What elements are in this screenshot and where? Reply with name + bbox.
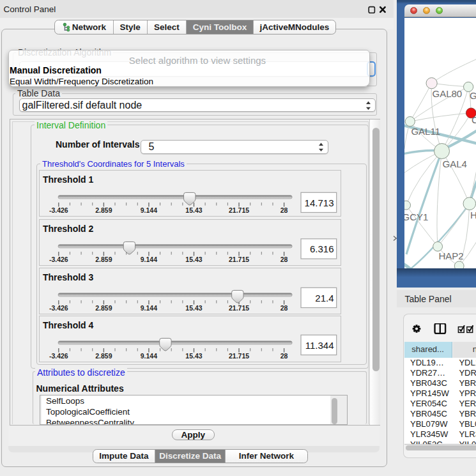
- svg-text:Threshold 3: Threshold 3: [43, 272, 94, 282]
- svg-text:15.43: 15.43: [185, 352, 202, 360]
- svg-text:21.715: 21.715: [229, 256, 249, 263]
- svg-text:GAL11: GAL11: [411, 125, 440, 136]
- svg-text:15.43: 15.43: [185, 206, 202, 213]
- svg-text:-3.426: -3.426: [49, 256, 68, 263]
- svg-text:28: 28: [280, 304, 288, 312]
- svg-text:-3.426: -3.426: [49, 206, 68, 213]
- svg-text:9.144: 9.144: [141, 206, 157, 213]
- svg-text:21.715: 21.715: [229, 304, 249, 312]
- svg-text:GCY1: GCY1: [404, 211, 428, 222]
- svg-text:HAP2: HAP2: [438, 250, 463, 261]
- svg-text:9.144: 9.144: [141, 256, 157, 263]
- svg-text:HA: HA: [470, 210, 476, 220]
- svg-text:9.144: 9.144: [141, 352, 157, 360]
- svg-text:15.43: 15.43: [185, 304, 202, 312]
- svg-text:6.316: 6.316: [310, 243, 334, 254]
- svg-text:-3.426: -3.426: [49, 304, 68, 312]
- svg-text:21.715: 21.715: [229, 206, 249, 213]
- svg-text:2.859: 2.859: [95, 206, 112, 213]
- svg-text:2.859: 2.859: [95, 304, 112, 312]
- svg-text:28: 28: [280, 256, 288, 263]
- svg-text:2.859: 2.859: [95, 352, 112, 360]
- svg-text:GA: GA: [470, 90, 476, 101]
- svg-text:21.715: 21.715: [229, 352, 249, 360]
- svg-text:9.144: 9.144: [141, 304, 157, 312]
- svg-text:2.859: 2.859: [95, 256, 112, 263]
- svg-text:15.43: 15.43: [185, 256, 202, 263]
- svg-text:Threshold 1: Threshold 1: [43, 174, 94, 185]
- svg-text:Threshold 2: Threshold 2: [43, 224, 94, 234]
- svg-text:CY: CY: [472, 114, 476, 125]
- svg-text:11.344: 11.344: [305, 340, 334, 351]
- svg-text:GAL4: GAL4: [442, 158, 466, 169]
- svg-text:28: 28: [280, 352, 288, 360]
- svg-text:Threshold 4: Threshold 4: [43, 320, 94, 330]
- svg-text:14.713: 14.713: [305, 197, 334, 208]
- svg-text:28: 28: [280, 206, 288, 213]
- svg-text:GAL80: GAL80: [432, 88, 462, 98]
- svg-text:21.4: 21.4: [315, 293, 334, 303]
- svg-text:-3.426: -3.426: [49, 352, 68, 360]
